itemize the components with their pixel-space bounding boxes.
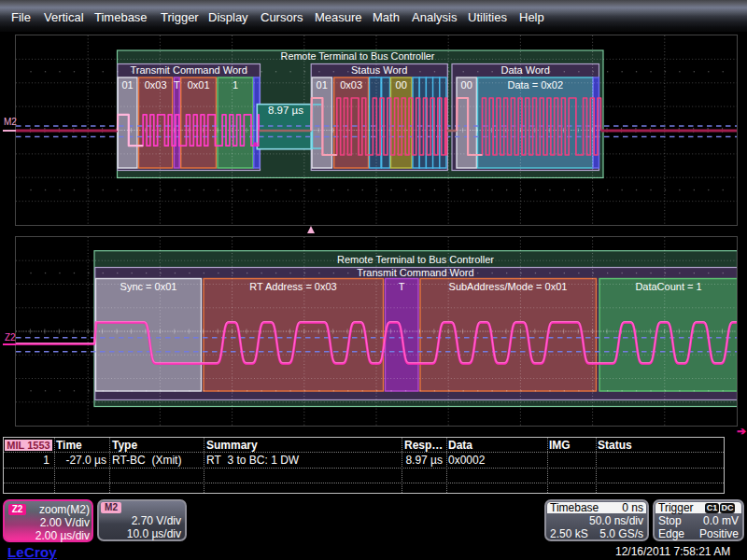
svg-text:01: 01 [121,79,133,91]
svg-text:Remote Terminal to Bus Control: Remote Terminal to Bus Controller [337,254,494,265]
svg-text:01: 01 [317,79,328,91]
svg-text:0x03: 0x03 [340,79,362,91]
svg-text:0x03: 0x03 [145,79,167,91]
svg-text:DataCount = 1: DataCount = 1 [635,281,701,292]
svg-text:Remote Terminal to Bus Control: Remote Terminal to Bus Controller [281,50,435,62]
svg-text:T: T [174,79,180,91]
svg-text:1: 1 [233,79,238,91]
svg-text:Sync = 0x01: Sync = 0x01 [120,281,177,292]
svg-text:Transmit Command Word: Transmit Command Word [131,64,247,76]
svg-text:0x01: 0x01 [188,79,210,91]
svg-text:Transmit Command Word: Transmit Command Word [357,267,473,278]
svg-text:Data = 0x02: Data = 0x02 [507,79,563,91]
svg-text:00: 00 [396,79,407,91]
svg-text:SubAddress/Mode = 0x01: SubAddress/Mode = 0x01 [449,281,568,292]
svg-text:8.97 µs: 8.97 µs [268,105,303,116]
svg-text:Data Word: Data Word [501,64,550,76]
svg-text:00: 00 [461,79,472,91]
svg-text:RT Address = 0x03: RT Address = 0x03 [249,281,336,292]
svg-text:T: T [399,281,405,292]
svg-text:Status Word: Status Word [351,64,407,76]
